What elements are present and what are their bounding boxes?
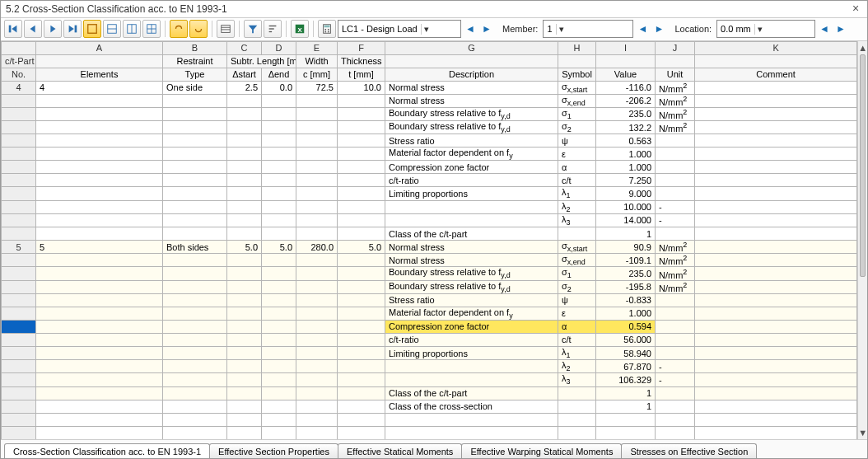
cell[interactable] xyxy=(262,187,296,200)
table-row[interactable]: Boundary stress relative to fy,dσ2132.2N… xyxy=(2,121,857,134)
cell[interactable] xyxy=(36,187,163,200)
cell[interactable]: -116.0 xyxy=(596,81,656,94)
cell[interactable]: 1.000 xyxy=(596,161,656,174)
cell[interactable]: N/mm2 xyxy=(656,107,695,120)
cell[interactable] xyxy=(163,386,227,400)
tool-first-icon[interactable] xyxy=(4,20,22,38)
cell[interactable] xyxy=(36,426,163,439)
cell[interactable]: 10.000 xyxy=(596,200,656,213)
column-header[interactable]: Value xyxy=(596,68,656,81)
table-row[interactable]: Normal stressσx,end-206.2N/mm2 xyxy=(2,94,857,107)
cell[interactable]: c/t-ratio xyxy=(385,333,558,346)
cell[interactable] xyxy=(227,267,262,280)
cell[interactable] xyxy=(296,267,338,280)
cell[interactable] xyxy=(695,174,857,187)
cell[interactable] xyxy=(296,121,338,134)
cell[interactable]: α xyxy=(558,161,596,174)
cell[interactable] xyxy=(338,227,385,241)
column-letter[interactable]: F xyxy=(338,41,385,54)
tool-grid2-icon[interactable] xyxy=(123,20,141,38)
cell[interactable]: 5 xyxy=(36,241,163,254)
table-row[interactable]: λ210.000- xyxy=(2,200,857,213)
cell[interactable] xyxy=(227,400,262,413)
cell[interactable] xyxy=(36,333,163,346)
cell[interactable]: ε xyxy=(558,148,596,161)
cell[interactable]: 5.0 xyxy=(262,241,296,254)
column-header[interactable] xyxy=(695,54,857,68)
column-header[interactable]: Symbol xyxy=(558,68,596,81)
sheet-tab[interactable]: Effective Statical Moments xyxy=(338,443,462,458)
cell[interactable] xyxy=(338,187,385,200)
cell[interactable]: ε xyxy=(558,307,596,320)
cell[interactable] xyxy=(36,148,163,161)
tool-filter-icon[interactable] xyxy=(244,20,262,38)
scroll-up-icon[interactable]: ▲ xyxy=(858,41,867,54)
row-header[interactable] xyxy=(2,307,36,320)
cell[interactable] xyxy=(163,94,227,107)
cell[interactable]: σx,start xyxy=(558,81,596,94)
cell[interactable] xyxy=(338,373,385,386)
column-header[interactable]: Description xyxy=(385,68,558,81)
cell[interactable] xyxy=(163,360,227,373)
cell[interactable]: ψ xyxy=(558,293,596,307)
cell[interactable] xyxy=(656,161,695,174)
cell[interactable]: 14.000 xyxy=(596,213,656,227)
table-row[interactable]: λ267.870- xyxy=(2,360,857,373)
cell[interactable]: - xyxy=(656,200,695,213)
column-letter[interactable]: I xyxy=(596,41,656,54)
cell[interactable]: λ3 xyxy=(558,213,596,227)
table-row[interactable]: Boundary stress relative to fy,dσ1235.0N… xyxy=(2,267,857,280)
table-row[interactable]: 44One side2.50.072.510.0Normal stressσx,… xyxy=(2,81,857,94)
cell[interactable] xyxy=(36,134,163,148)
cell[interactable] xyxy=(385,200,558,213)
tool-link1-icon[interactable] xyxy=(170,20,188,38)
cell[interactable] xyxy=(596,413,656,426)
location-prev-icon[interactable]: ◄ xyxy=(817,20,832,38)
cell[interactable]: N/mm2 xyxy=(656,280,695,293)
cell[interactable] xyxy=(296,254,338,267)
cell[interactable] xyxy=(695,307,857,320)
row-header[interactable] xyxy=(2,360,36,373)
cell[interactable]: 235.0 xyxy=(596,107,656,120)
cell[interactable] xyxy=(695,121,857,134)
column-header[interactable]: No. xyxy=(2,68,36,81)
cell[interactable]: Material factor dependent on fy xyxy=(385,148,558,161)
cell[interactable] xyxy=(695,320,857,333)
row-header[interactable] xyxy=(2,227,36,241)
cell[interactable] xyxy=(338,320,385,333)
row-header[interactable] xyxy=(2,107,36,120)
column-letter[interactable]: D xyxy=(262,41,296,54)
cell[interactable] xyxy=(262,174,296,187)
cell[interactable] xyxy=(262,333,296,346)
cell[interactable]: σx,end xyxy=(558,254,596,267)
cell[interactable] xyxy=(163,320,227,333)
table-row[interactable]: c/t-ratioc/t56.000 xyxy=(2,333,857,346)
cell[interactable] xyxy=(695,134,857,148)
cell[interactable] xyxy=(338,426,385,439)
cell[interactable] xyxy=(36,121,163,134)
cell[interactable] xyxy=(227,121,262,134)
cell[interactable]: Stress ratio xyxy=(385,134,558,148)
cell[interactable]: 1 xyxy=(596,400,656,413)
cell[interactable] xyxy=(262,213,296,227)
cell[interactable] xyxy=(163,307,227,320)
cell[interactable] xyxy=(296,213,338,227)
cell[interactable] xyxy=(296,400,338,413)
table-row[interactable]: Class of the cross-section1 xyxy=(2,400,857,413)
cell[interactable]: 10.0 xyxy=(338,81,385,94)
cell[interactable] xyxy=(338,254,385,267)
cell[interactable] xyxy=(262,346,296,359)
cell[interactable] xyxy=(695,426,857,439)
cell[interactable] xyxy=(338,161,385,174)
cell[interactable] xyxy=(558,386,596,400)
cell[interactable]: Material factor dependent on fy xyxy=(385,307,558,320)
cell[interactable] xyxy=(36,161,163,174)
tool-table-icon[interactable] xyxy=(217,20,235,38)
table-row[interactable]: Compression zone factorα0.594 xyxy=(2,320,857,333)
cell[interactable]: σx,start xyxy=(558,241,596,254)
cell[interactable] xyxy=(296,386,338,400)
column-header[interactable] xyxy=(656,54,695,68)
column-header[interactable]: Thickness xyxy=(338,54,385,68)
row-header[interactable] xyxy=(2,134,36,148)
cell[interactable] xyxy=(262,373,296,386)
